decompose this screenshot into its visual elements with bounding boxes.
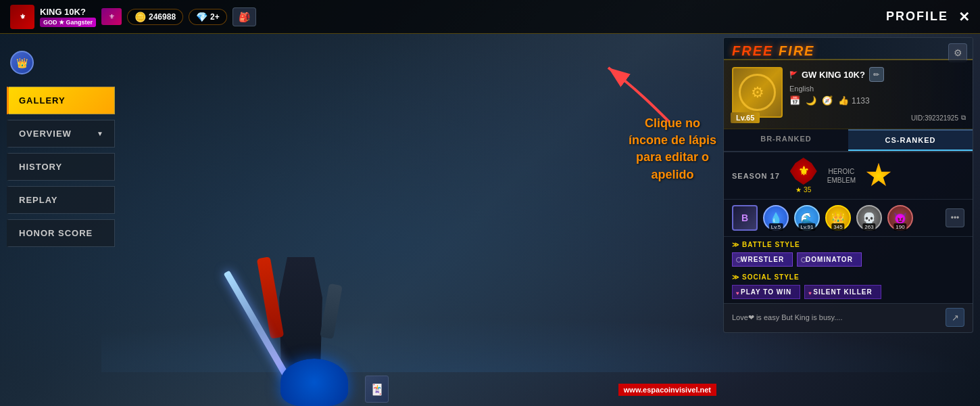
heroic-emblem-area: HEROICEMBLEM <box>827 167 856 185</box>
share-button[interactable]: ↗ <box>946 308 964 327</box>
tabs-row: BR-RANKED CS-RANKED <box>724 129 973 152</box>
game-logo-text: FREE FIRE <box>732 43 814 58</box>
play-to-win-label: PLAY TO WIN <box>741 288 791 296</box>
sidebar-item-replay[interactable]: REPLAY <box>7 186 115 214</box>
bag-icon: 🎒 <box>239 12 250 22</box>
level-uid-row: Lv.65 UID:392321925 ⧉ <box>731 112 966 123</box>
profile-language: English <box>789 85 964 93</box>
guild-rank-symbol: ⚜ <box>109 13 115 20</box>
moon-icon: 🌙 <box>806 95 816 106</box>
uid-area: UID:392321925 ⧉ <box>911 114 966 122</box>
sidebar-item-honor-score[interactable]: HONOR SCORE <box>7 219 115 247</box>
bio-text: Love❤ is easy But King is busy.... <box>732 313 842 322</box>
skill-5-level: 190 <box>893 223 906 231</box>
skill-icon-3: 👑 345 <box>825 205 851 231</box>
heroic-rank-area: ⚜ ★ 35 <box>790 158 817 194</box>
profile-card: ⚙ 🚩 GW KING 10K? ✏ English 📅 🌙 🧭 👍 1133 <box>724 60 973 129</box>
uid-text: UID:392321925 <box>911 114 958 122</box>
watermark: www.espacoinvisivel.net <box>618 384 716 396</box>
avatar-box: ⚙ <box>732 67 783 118</box>
sidebar-arrow-overview: ▼ <box>97 130 104 137</box>
tab-br-ranked-label: BR-RANKED <box>760 135 812 143</box>
battle-style-title: BATTLE STYLE <box>732 241 964 248</box>
settings-icon: ⚙ <box>954 47 962 58</box>
diamond-icon: 💎 <box>196 12 207 22</box>
battle-tag-wrestler[interactable]: WRESTLER <box>732 252 793 267</box>
sidebar-label-history: HISTORY <box>19 162 62 172</box>
close-button[interactable]: ✕ <box>958 9 970 25</box>
sidebar-item-gallery[interactable]: GALLERY <box>7 87 115 114</box>
silent-killer-label: SILENT KILLER <box>813 288 872 296</box>
tab-cs-ranked[interactable]: CS-RANKED <box>848 129 973 151</box>
skill-icon-2: 🌊 Lv.91 <box>794 205 820 231</box>
season-section: SEASON 17 ⚜ ★ 35 HEROICEMBLEM <box>724 152 973 200</box>
gold-amount: 246988 <box>149 12 176 22</box>
sidebar-item-history[interactable]: HISTORY <box>7 153 115 181</box>
guild-flag-icon: 🚩 <box>789 71 798 78</box>
gold-icon: 🪙 <box>134 12 146 22</box>
player-avatar-small: 👑 <box>10 51 34 74</box>
avatar-wheel: ⚙ <box>739 74 776 111</box>
more-icon: ••• <box>951 213 960 223</box>
copy-icon[interactable]: ⧉ <box>961 114 966 122</box>
edit-nickname-button[interactable]: ✏ <box>869 67 884 82</box>
diamond-currency: 💎 2+ <box>189 9 227 25</box>
likes-number: 1133 <box>852 96 870 106</box>
profile-label: PROFILE <box>886 9 948 24</box>
player-name-top: KING 10K? <box>40 7 96 17</box>
skill-1-symbol: 💧 <box>769 212 783 225</box>
card-icon: 🃏 <box>370 383 384 396</box>
more-skills-button[interactable]: ••• <box>946 208 964 227</box>
logo-free: FREE <box>732 43 773 58</box>
social-style-title: SOCIAL STYLE <box>732 273 964 281</box>
ground-card[interactable]: 🃏 <box>365 376 389 403</box>
social-tag-silent-killer[interactable]: SILENT KILLER <box>804 285 881 299</box>
dominator-label: DOMINATOR <box>806 256 853 263</box>
profile-username: GW KING 10K? <box>802 70 865 80</box>
player-avatar-icon: 👑 <box>16 58 28 68</box>
gold-currency: 🪙 246988 <box>127 9 183 25</box>
heroic-emblem-label: HEROICEMBLEM <box>827 167 856 185</box>
social-style-section: SOCIAL STYLE PLAY TO WIN SILENT KILLER <box>724 271 973 303</box>
skill-5-symbol: 😈 <box>893 212 907 225</box>
share-icon: ↗ <box>952 313 959 323</box>
panel-header: FREE FIRE ⚙ <box>724 38 973 60</box>
level-badge: Lv.65 <box>731 112 760 123</box>
player-badge-area: 👑 <box>7 47 115 81</box>
skill-icon-5: 😈 190 <box>887 205 913 231</box>
character-area: 🃏 <box>122 34 480 406</box>
calendar-icon: 📅 <box>789 95 800 106</box>
sidebar-label-replay: REPLAY <box>19 195 58 205</box>
likes-count: 👍 1133 <box>838 95 870 106</box>
skill-4-level: 263 <box>862 223 875 231</box>
thumbs-up-icon: 👍 <box>838 95 849 106</box>
sidebar-label-overview: OVERVIEW <box>19 129 72 139</box>
master-rank-icon <box>866 163 891 189</box>
battle-style-title-text: BATTLE STYLE <box>742 241 800 248</box>
skill-icon-1: 💧 Lv.5 <box>763 205 789 231</box>
wrestler-label: WRESTLER <box>741 256 784 263</box>
sidebar-item-overview[interactable]: OVERVIEW ▼ <box>7 120 115 148</box>
top-bar: ⚜ KING 10K? GOD ★ Gangster ⚜ 🪙 246988 💎 … <box>0 0 980 34</box>
character-figure: 🃏 <box>172 68 429 406</box>
game-logo: FREE FIRE <box>732 43 964 59</box>
profile-name-row: 🚩 GW KING 10K? ✏ <box>789 67 964 82</box>
bag-icon-btn[interactable]: 🎒 <box>232 7 256 26</box>
battle-tag-dominator[interactable]: DOMINATOR <box>797 252 862 267</box>
tab-br-ranked[interactable]: BR-RANKED <box>724 129 848 151</box>
rank-badge: GOD ★ Gangster <box>40 18 96 27</box>
guild-rank-icon: ⚜ <box>101 8 122 25</box>
profile-icons-row: 📅 🌙 🧭 👍 1133 <box>789 95 964 106</box>
profile-info: 🚩 GW KING 10K? ✏ English 📅 🌙 🧭 👍 1133 Lv… <box>789 67 964 122</box>
bio-row: Love❤ is easy But King is busy.... ↗ <box>724 303 973 332</box>
skill-1-level: Lv.5 <box>769 223 783 231</box>
skills-row: B 💧 Lv.5 🌊 Lv.91 👑 345 💀 263 😈 190 ••• <box>724 200 973 237</box>
heroic-icon-symbol: ⚜ <box>798 164 809 179</box>
skill-4-symbol: 💀 <box>862 212 876 225</box>
char-arm-right <box>320 284 343 339</box>
settings-button[interactable]: ⚙ <box>948 43 967 62</box>
sidebar-label-gallery: GALLERY <box>19 95 66 106</box>
social-tag-play-to-win[interactable]: PLAY TO WIN <box>732 285 800 299</box>
bp-letter: B <box>741 212 748 223</box>
battle-pass-badge: B <box>732 205 758 231</box>
